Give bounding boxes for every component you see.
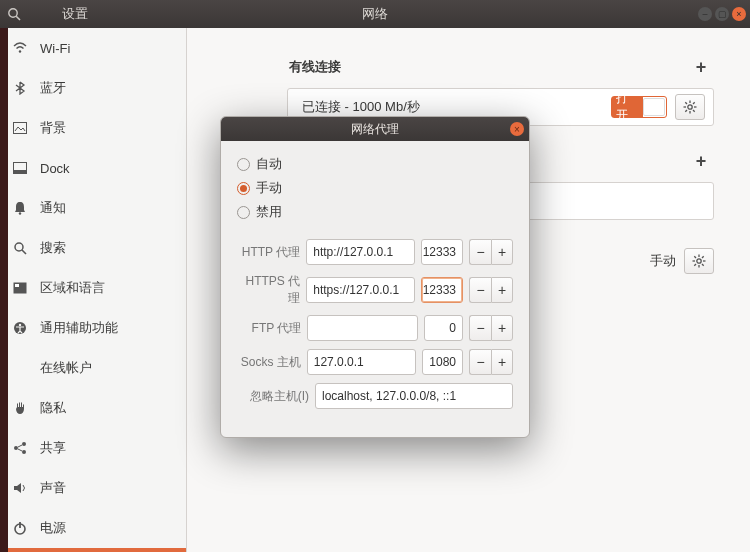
https-proxy-row: HTTPS 代理 https://127.0.0.1 12333 − +: [237, 273, 513, 307]
sidebar-item-label: 蓝牙: [40, 79, 66, 97]
socks-port-input[interactable]: 1080: [422, 349, 463, 375]
proxy-mode-label: 手动: [650, 252, 676, 270]
svg-line-38: [702, 256, 704, 258]
svg-line-37: [702, 264, 704, 266]
wired-toggle[interactable]: 打开: [611, 96, 667, 118]
dialog-titlebar: 网络代理 ×: [221, 117, 529, 141]
window-header: 设置 网络 – ▢ ×: [0, 0, 750, 28]
https-host-input[interactable]: https://127.0.0.1: [306, 277, 415, 303]
svg-point-31: [697, 259, 701, 263]
svg-point-22: [688, 105, 692, 109]
stepper-minus[interactable]: −: [469, 239, 491, 265]
stepper-minus[interactable]: −: [469, 349, 491, 375]
share-icon: [12, 441, 28, 455]
svg-point-0: [9, 9, 17, 17]
sidebar-item-label: 通知: [40, 199, 66, 217]
svg-rect-5: [14, 170, 27, 173]
ftp-host-input[interactable]: [307, 315, 418, 341]
window-minimize-button[interactable]: –: [698, 7, 712, 21]
wired-status-text: 已连接 - 1000 Mb/秒: [302, 98, 603, 116]
add-wired-button[interactable]: +: [690, 56, 712, 78]
header-search-button[interactable]: [0, 0, 28, 28]
ftp-proxy-row: FTP 代理 0 − +: [237, 315, 513, 341]
sidebar-item-label: 共享: [40, 439, 66, 457]
svg-point-15: [22, 450, 26, 454]
socks-host-input[interactable]: 127.0.0.1: [307, 349, 417, 375]
sidebar-item-privacy[interactable]: 隐私: [0, 388, 186, 428]
stepper-minus[interactable]: −: [469, 315, 491, 341]
field-label: FTP 代理: [237, 320, 301, 337]
window-close-button[interactable]: ×: [732, 7, 746, 21]
radio-icon: [237, 182, 250, 195]
radio-disabled[interactable]: 禁用: [237, 203, 513, 221]
svg-point-13: [22, 442, 26, 446]
svg-line-16: [18, 445, 22, 447]
sidebar-item-search[interactable]: 搜索: [0, 228, 186, 268]
svg-line-17: [18, 449, 22, 451]
sidebar-item-dock[interactable]: Dock: [0, 148, 186, 188]
toggle-label: 打开: [612, 97, 643, 117]
wired-settings-button[interactable]: [675, 94, 705, 120]
ftp-port-input[interactable]: 0: [424, 315, 463, 341]
dialog-close-button[interactable]: ×: [510, 122, 524, 136]
socks-proxy-row: Socks 主机 127.0.0.1 1080 − +: [237, 349, 513, 375]
search-icon: [12, 241, 28, 255]
svg-line-39: [694, 264, 696, 266]
wired-section: 有线连接 + 已连接 - 1000 Mb/秒 打开: [287, 52, 714, 126]
sidebar-item-label: Dock: [40, 161, 70, 176]
sidebar-item-region[interactable]: 区域和语言: [0, 268, 186, 308]
sidebar-item-bluetooth[interactable]: 蓝牙: [0, 68, 186, 108]
a11y-icon: [12, 321, 28, 335]
ignore-hosts-row: 忽略主机(I) localhost, 127.0.0.0/8, ::1: [237, 383, 513, 409]
page-title: 网络: [362, 5, 388, 23]
svg-line-30: [685, 110, 687, 112]
add-vpn-button[interactable]: +: [690, 150, 712, 172]
sidebar-item-label: 搜索: [40, 239, 66, 257]
stepper-plus[interactable]: +: [491, 277, 513, 303]
proxy-settings-button[interactable]: [684, 248, 714, 274]
sidebar-item-sound[interactable]: 声音: [0, 468, 186, 508]
sidebar-item-network[interactable]: 网络: [0, 548, 186, 552]
stepper-plus[interactable]: +: [491, 239, 513, 265]
https-port-input[interactable]: 12333: [421, 277, 463, 303]
http-port-input[interactable]: 12333: [421, 239, 463, 265]
sidebar-item-sharing[interactable]: 共享: [0, 428, 186, 468]
toggle-knob: [643, 98, 665, 116]
https-port-stepper: − +: [469, 277, 513, 303]
radio-label: 禁用: [256, 203, 282, 221]
gear-icon: [692, 254, 706, 268]
stepper-plus[interactable]: +: [491, 349, 513, 375]
socks-port-stepper: − +: [469, 349, 513, 375]
gear-icon: [683, 100, 697, 114]
dock-icon: [12, 162, 28, 174]
wifi-icon: [12, 41, 28, 55]
network-proxy-dialog: 网络代理 × 自动 手动 禁用 HTTP 代理 http://127.0.0.1…: [220, 116, 530, 438]
field-label: Socks 主机: [237, 354, 301, 371]
window-maximize-button[interactable]: ▢: [715, 7, 729, 21]
http-host-input[interactable]: http://127.0.0.1: [306, 239, 415, 265]
radio-icon: [237, 158, 250, 171]
ignore-hosts-input[interactable]: localhost, 127.0.0.0/8, ::1: [315, 383, 513, 409]
sidebar-item-power[interactable]: 电源: [0, 508, 186, 548]
radio-manual[interactable]: 手动: [237, 179, 513, 197]
sidebar-item-notifications[interactable]: 通知: [0, 188, 186, 228]
sidebar-item-a11y[interactable]: 通用辅助功能: [0, 308, 186, 348]
field-label: HTTPS 代理: [237, 273, 300, 307]
stepper-plus[interactable]: +: [491, 315, 513, 341]
sidebar-item-accounts[interactable]: 在线帐户: [0, 348, 186, 388]
svg-line-8: [22, 250, 26, 254]
dialog-title-text: 网络代理: [351, 121, 399, 138]
sidebar-item-label: 区域和语言: [40, 279, 105, 297]
sidebar-item-label: Wi-Fi: [40, 41, 70, 56]
svg-line-1: [16, 16, 20, 20]
power-icon: [12, 521, 28, 535]
stepper-minus[interactable]: −: [469, 277, 491, 303]
radio-auto[interactable]: 自动: [237, 155, 513, 173]
radio-icon: [237, 206, 250, 219]
sidebar-item-wifi[interactable]: Wi-Fi: [0, 28, 186, 68]
sidebar-item-background[interactable]: 背景: [0, 108, 186, 148]
speaker-icon: [12, 482, 28, 494]
app-title: 设置: [62, 5, 88, 23]
bell-icon: [12, 201, 28, 215]
svg-point-6: [19, 212, 21, 214]
